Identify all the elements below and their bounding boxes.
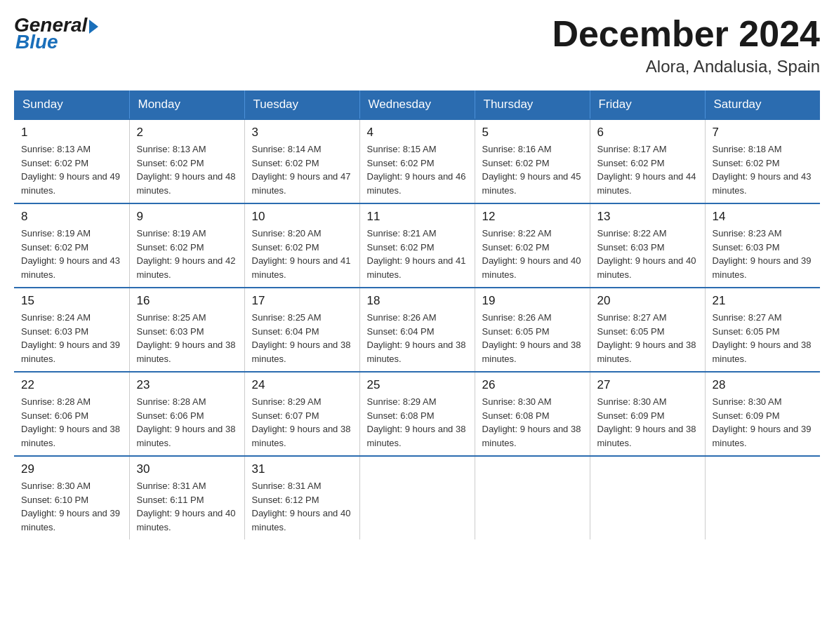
day-info: Sunrise: 8:20 AMSunset: 6:02 PMDaylight:… (252, 227, 352, 281)
day-number: 15 (21, 294, 122, 308)
calendar-day-cell: 13Sunrise: 8:22 AMSunset: 6:03 PMDayligh… (590, 203, 705, 288)
day-info: Sunrise: 8:30 AMSunset: 6:09 PMDaylight:… (713, 395, 814, 450)
day-number: 11 (367, 210, 468, 224)
day-info: Sunrise: 8:29 AMSunset: 6:08 PMDaylight:… (367, 395, 468, 450)
day-info: Sunrise: 8:27 AMSunset: 6:05 PMDaylight:… (713, 311, 814, 365)
day-info: Sunrise: 8:21 AMSunset: 6:02 PMDaylight:… (367, 227, 468, 281)
calendar-day-cell: 24Sunrise: 8:29 AMSunset: 6:07 PMDayligh… (244, 372, 359, 456)
day-info: Sunrise: 8:29 AMSunset: 6:07 PMDaylight:… (252, 395, 352, 450)
calendar-title-area: December 2024 Alora, Andalusia, Spain (552, 14, 820, 76)
day-number: 29 (21, 462, 122, 476)
day-info: Sunrise: 8:14 AMSunset: 6:02 PMDaylight:… (252, 142, 352, 197)
day-info: Sunrise: 8:22 AMSunset: 6:02 PMDaylight:… (482, 227, 583, 281)
day-info: Sunrise: 8:22 AMSunset: 6:03 PMDaylight:… (597, 227, 698, 281)
page-header: General Blue December 2024 Alora, Andalu… (14, 14, 820, 76)
day-info: Sunrise: 8:30 AMSunset: 6:09 PMDaylight:… (597, 395, 698, 450)
logo-arrow-icon (89, 20, 98, 34)
day-number: 21 (713, 294, 814, 308)
day-info: Sunrise: 8:15 AMSunset: 6:02 PMDaylight:… (367, 142, 468, 197)
day-number: 26 (482, 378, 583, 392)
calendar-day-cell: 27Sunrise: 8:30 AMSunset: 6:09 PMDayligh… (590, 372, 705, 456)
calendar-day-cell: 1Sunrise: 8:13 AMSunset: 6:02 PMDaylight… (14, 119, 129, 203)
day-info: Sunrise: 8:30 AMSunset: 6:08 PMDaylight:… (482, 395, 583, 450)
weekday-header-row: SundayMondayTuesdayWednesdayThursdayFrid… (14, 90, 820, 119)
logo-blue-text: Blue (15, 31, 58, 53)
weekday-header-wednesday: Wednesday (359, 90, 475, 119)
weekday-header-tuesday: Tuesday (244, 90, 359, 119)
weekday-header-monday: Monday (129, 90, 244, 119)
day-info: Sunrise: 8:30 AMSunset: 6:10 PMDaylight:… (21, 479, 122, 534)
day-number: 10 (252, 210, 352, 224)
calendar-day-cell: 4Sunrise: 8:15 AMSunset: 6:02 PMDaylight… (359, 119, 475, 203)
day-info: Sunrise: 8:17 AMSunset: 6:02 PMDaylight:… (597, 142, 698, 197)
calendar-week-row: 8Sunrise: 8:19 AMSunset: 6:02 PMDaylight… (14, 203, 820, 288)
day-info: Sunrise: 8:31 AMSunset: 6:11 PMDaylight:… (137, 479, 237, 534)
calendar-day-cell: 7Sunrise: 8:18 AMSunset: 6:02 PMDaylight… (705, 119, 820, 203)
calendar-day-cell: 31Sunrise: 8:31 AMSunset: 6:12 PMDayligh… (244, 456, 359, 539)
calendar-day-cell: 15Sunrise: 8:24 AMSunset: 6:03 PMDayligh… (14, 288, 129, 372)
day-info: Sunrise: 8:23 AMSunset: 6:03 PMDaylight:… (713, 227, 814, 281)
calendar-day-cell: 10Sunrise: 8:20 AMSunset: 6:02 PMDayligh… (244, 203, 359, 288)
day-number: 19 (482, 294, 583, 308)
location-title: Alora, Andalusia, Spain (552, 57, 820, 76)
day-number: 16 (137, 294, 237, 308)
day-info: Sunrise: 8:18 AMSunset: 6:02 PMDaylight:… (713, 142, 814, 197)
day-number: 24 (252, 378, 352, 392)
month-title: December 2024 (552, 14, 820, 54)
calendar-day-cell: 29Sunrise: 8:30 AMSunset: 6:10 PMDayligh… (14, 456, 129, 539)
weekday-header-sunday: Sunday (14, 90, 129, 119)
calendar-day-cell: 23Sunrise: 8:28 AMSunset: 6:06 PMDayligh… (129, 372, 244, 456)
day-number: 9 (137, 210, 237, 224)
calendar-empty-cell (705, 456, 820, 539)
day-number: 31 (252, 462, 352, 476)
day-number: 5 (482, 126, 583, 140)
calendar-empty-cell (590, 456, 705, 539)
calendar-day-cell: 5Sunrise: 8:16 AMSunset: 6:02 PMDaylight… (475, 119, 590, 203)
calendar-table: SundayMondayTuesdayWednesdayThursdayFrid… (14, 90, 820, 539)
day-info: Sunrise: 8:16 AMSunset: 6:02 PMDaylight:… (482, 142, 583, 197)
calendar-day-cell: 21Sunrise: 8:27 AMSunset: 6:05 PMDayligh… (705, 288, 820, 372)
day-number: 28 (713, 378, 814, 392)
day-info: Sunrise: 8:26 AMSunset: 6:04 PMDaylight:… (367, 311, 468, 365)
day-number: 2 (137, 126, 237, 140)
calendar-week-row: 22Sunrise: 8:28 AMSunset: 6:06 PMDayligh… (14, 372, 820, 456)
weekday-header-saturday: Saturday (705, 90, 820, 119)
day-info: Sunrise: 8:19 AMSunset: 6:02 PMDaylight:… (137, 227, 237, 281)
day-number: 25 (367, 378, 468, 392)
calendar-week-row: 15Sunrise: 8:24 AMSunset: 6:03 PMDayligh… (14, 288, 820, 372)
weekday-header-friday: Friday (590, 90, 705, 119)
calendar-day-cell: 22Sunrise: 8:28 AMSunset: 6:06 PMDayligh… (14, 372, 129, 456)
calendar-day-cell: 19Sunrise: 8:26 AMSunset: 6:05 PMDayligh… (475, 288, 590, 372)
calendar-week-row: 1Sunrise: 8:13 AMSunset: 6:02 PMDaylight… (14, 119, 820, 203)
calendar-week-row: 29Sunrise: 8:30 AMSunset: 6:10 PMDayligh… (14, 456, 820, 539)
calendar-day-cell: 16Sunrise: 8:25 AMSunset: 6:03 PMDayligh… (129, 288, 244, 372)
calendar-day-cell: 20Sunrise: 8:27 AMSunset: 6:05 PMDayligh… (590, 288, 705, 372)
day-number: 27 (597, 378, 698, 392)
day-info: Sunrise: 8:28 AMSunset: 6:06 PMDaylight:… (21, 395, 122, 450)
day-number: 18 (367, 294, 468, 308)
calendar-day-cell: 28Sunrise: 8:30 AMSunset: 6:09 PMDayligh… (705, 372, 820, 456)
day-info: Sunrise: 8:25 AMSunset: 6:03 PMDaylight:… (137, 311, 237, 365)
day-number: 30 (137, 462, 237, 476)
day-info: Sunrise: 8:13 AMSunset: 6:02 PMDaylight:… (137, 142, 237, 197)
logo: General Blue (14, 14, 98, 53)
day-info: Sunrise: 8:24 AMSunset: 6:03 PMDaylight:… (21, 311, 122, 365)
day-number: 13 (597, 210, 698, 224)
day-number: 14 (713, 210, 814, 224)
calendar-day-cell: 25Sunrise: 8:29 AMSunset: 6:08 PMDayligh… (359, 372, 475, 456)
calendar-day-cell: 17Sunrise: 8:25 AMSunset: 6:04 PMDayligh… (244, 288, 359, 372)
calendar-day-cell: 30Sunrise: 8:31 AMSunset: 6:11 PMDayligh… (129, 456, 244, 539)
calendar-day-cell: 2Sunrise: 8:13 AMSunset: 6:02 PMDaylight… (129, 119, 244, 203)
day-info: Sunrise: 8:25 AMSunset: 6:04 PMDaylight:… (252, 311, 352, 365)
calendar-day-cell: 8Sunrise: 8:19 AMSunset: 6:02 PMDaylight… (14, 203, 129, 288)
day-info: Sunrise: 8:19 AMSunset: 6:02 PMDaylight:… (21, 227, 122, 281)
day-number: 3 (252, 126, 352, 140)
calendar-day-cell: 9Sunrise: 8:19 AMSunset: 6:02 PMDaylight… (129, 203, 244, 288)
day-number: 7 (713, 126, 814, 140)
day-number: 12 (482, 210, 583, 224)
day-number: 22 (21, 378, 122, 392)
day-number: 6 (597, 126, 698, 140)
calendar-day-cell: 18Sunrise: 8:26 AMSunset: 6:04 PMDayligh… (359, 288, 475, 372)
day-number: 17 (252, 294, 352, 308)
calendar-empty-cell (359, 456, 475, 539)
